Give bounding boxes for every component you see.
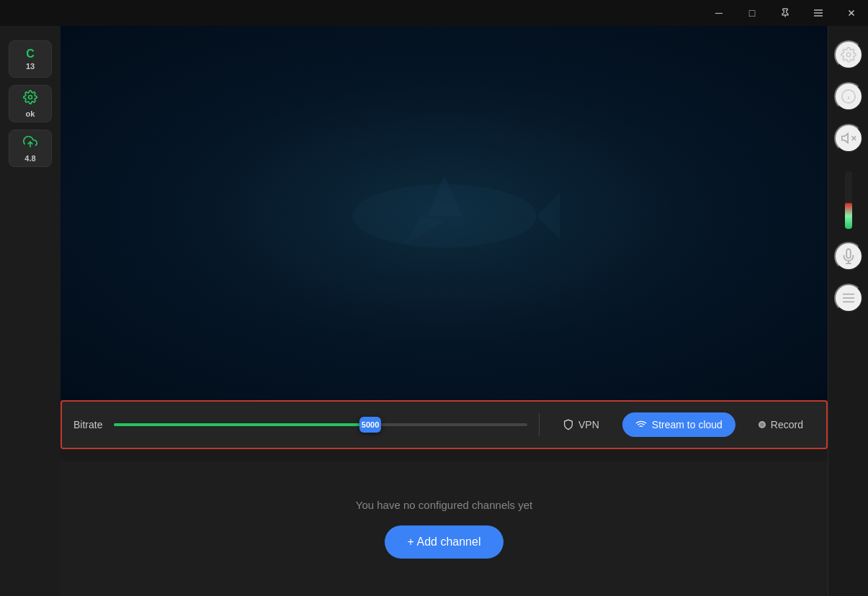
mute-button[interactable]: [834, 124, 863, 153]
maximize-button[interactable]: □: [735, 0, 769, 26]
volume-meter: [845, 171, 852, 229]
record-dot-icon: [759, 421, 766, 428]
pin-button[interactable]: [769, 0, 802, 26]
upload-icon: [23, 135, 37, 153]
shark-silhouette: [329, 141, 560, 285]
bitrate-thumb[interactable]: 5000: [359, 417, 381, 433]
microphone-button[interactable]: [834, 242, 863, 271]
title-bar: ─ □: [0, 0, 868, 26]
info-icon: [841, 89, 856, 104]
channels-area: You have no configured channels yet + Ad…: [61, 461, 828, 596]
stream-cloud-label: Stream to cloud: [652, 419, 722, 430]
bitrate-slider[interactable]: 5000: [114, 416, 527, 433]
info-button[interactable]: [834, 82, 863, 111]
video-preview: [61, 26, 828, 400]
bitrate-fill: [114, 423, 370, 426]
close-button[interactable]: [835, 0, 868, 26]
no-channels-message: You have no configured channels yet: [356, 499, 532, 511]
video-content: [61, 26, 828, 400]
mute-icon: [841, 130, 856, 146]
vpn-icon: [563, 419, 574, 430]
minimize-button[interactable]: ─: [702, 0, 735, 26]
record-button[interactable]: Record: [747, 412, 815, 437]
gear-button[interactable]: [834, 40, 863, 69]
svg-marker-10: [537, 193, 560, 239]
svg-point-13: [846, 53, 851, 57]
settings-status: ok: [26, 109, 35, 118]
hamburger-icon: [841, 292, 856, 304]
more-menu-button[interactable]: [834, 284, 863, 312]
svg-point-6: [29, 95, 32, 99]
vpn-button[interactable]: VPN: [551, 413, 611, 436]
record-label: Record: [771, 419, 803, 430]
add-channel-button[interactable]: + Add channel: [385, 525, 504, 559]
svg-marker-17: [841, 134, 847, 143]
volume-fill: [845, 203, 852, 229]
vpn-label: VPN: [578, 419, 599, 430]
bottom-control-bar: Bitrate 5000 VPN Stream to cloud Record: [61, 400, 828, 449]
microphone-icon: [841, 248, 856, 264]
upload-value: 4.8: [24, 154, 35, 163]
bitrate-label: Bitrate: [73, 419, 102, 430]
channels-count: 13: [26, 62, 35, 71]
wifi-icon: [635, 419, 647, 430]
stream-cloud-button[interactable]: Stream to cloud: [622, 412, 735, 437]
menu-button[interactable]: [802, 0, 835, 26]
upload-badge[interactable]: 4.8: [9, 130, 52, 167]
gear-icon: [841, 47, 856, 63]
settings-badge[interactable]: ok: [9, 85, 52, 122]
settings-icon: [23, 90, 37, 108]
channels-icon: C: [26, 48, 35, 60]
bitrate-track: [114, 423, 527, 426]
channels-badge[interactable]: C 13: [9, 40, 52, 78]
right-sidebar: [828, 26, 868, 596]
divider: [539, 413, 540, 436]
volume-bar: [845, 171, 852, 229]
title-bar-controls: ─ □: [702, 0, 868, 26]
left-sidebar: C 13 ok 4.8: [0, 26, 61, 596]
